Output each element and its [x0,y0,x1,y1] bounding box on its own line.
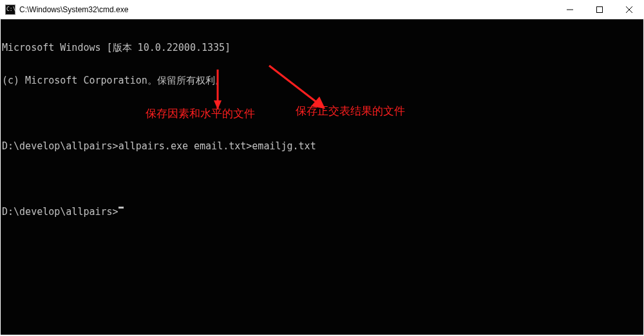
titlebar: C:\ C:\Windows\System32\cmd.exe [0,0,644,19]
cmd-icon: C:\ [5,5,15,15]
window-title: C:\Windows\System32\cmd.exe [19,0,555,19]
annotation-left: 保存因素和水平的文件 [146,108,255,119]
svg-text:C:\: C:\ [6,6,15,12]
prompt-2: D:\develop\allpairs> [2,207,118,218]
version-line: Microsoft Windows [版本 10.0.22000.1335] [2,42,643,53]
annotation-right: 保存正交表结果的文件 [296,106,405,117]
command-line-2: D:\develop\allpairs> [2,207,643,218]
svg-rect-4 [597,6,603,12]
copyright-line: (c) Microsoft Corporation。保留所有权利。 [2,75,643,86]
cursor [118,207,124,209]
prompt-1: D:\develop\allpairs> [2,141,118,152]
maximize-button[interactable] [585,0,614,19]
close-button[interactable] [614,0,644,19]
minimize-button[interactable] [555,0,585,19]
command-text: allpairs.exe email.txt>emailjg.txt [118,141,316,152]
arrow-left [208,63,227,111]
window-controls [555,0,644,19]
terminal-area[interactable]: Microsoft Windows [版本 10.0.22000.1335] (… [1,19,643,335]
command-line-1: D:\develop\allpairs>allpairs.exe email.t… [2,141,643,152]
svg-line-9 [269,66,323,107]
